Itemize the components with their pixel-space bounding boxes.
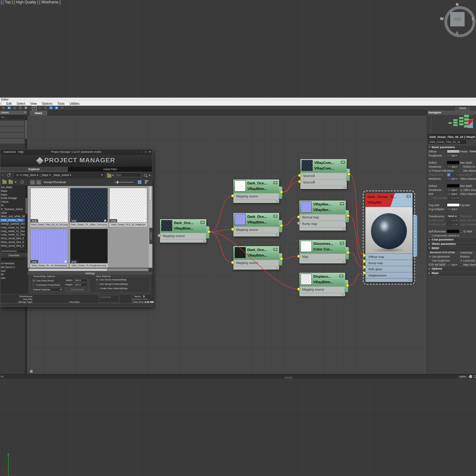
compass-north[interactable]: N <box>456 2 459 7</box>
input-socket-mapping-source[interactable] <box>231 228 235 231</box>
favorite-item-w-favorites[interactable]: w Favorites <box>0 262 28 266</box>
newmat-radio[interactable] <box>96 279 98 281</box>
spinner-field[interactable]: 1,0 <box>447 223 458 226</box>
select-tool-icon[interactable]: ◧ <box>7 106 11 110</box>
material-input-socket-refl-gloss[interactable] <box>363 266 366 269</box>
height-field[interactable]: 100.0 <box>73 283 90 286</box>
collapse-node-button[interactable] <box>339 275 343 277</box>
align-children-icon[interactable]: ∴ <box>43 106 48 110</box>
breadcrumb--maps-sorted[interactable]: _Maps_sorted <box>52 174 69 177</box>
breadcrumb-caret-icon[interactable] <box>101 174 103 176</box>
node-header[interactable]: Dark_Oce...VRayBitm... <box>233 213 279 227</box>
rollout-sheen-parameters[interactable]: Sheen parameters <box>427 242 476 246</box>
pm-gallery-tab[interactable]: Gallery <box>149 228 153 244</box>
pm-close-button[interactable]: ✕ <box>149 150 151 153</box>
map-slot-button[interactable] <box>459 263 459 266</box>
material-name-input[interactable]: Dark_Ocean_Tiles_05_1K <box>428 140 466 144</box>
material-input-socket-diffuse-map[interactable] <box>363 254 366 257</box>
pm-grid-view-icon[interactable] <box>138 180 141 184</box>
pm-search-icon[interactable] <box>144 174 147 177</box>
material-node-bitmap-displacement[interactable]: Displace...VRayBitm...Mapping source <box>299 272 346 297</box>
thumbnail-dark-ocean-til-1k-normal-png[interactable]: pngDark_Ocean_Til.. 1K_Normal.png <box>30 229 68 268</box>
pm-tab-asset-files[interactable]: Asset Files <box>68 167 152 172</box>
spinner-field[interactable]: 1,0 <box>447 188 458 192</box>
browser-header[interactable]: rowser <box>0 111 27 115</box>
color-swatch[interactable] <box>447 230 459 233</box>
map-channel-radio[interactable] <box>460 263 462 266</box>
output-socket-bitmap-ao[interactable] <box>207 230 211 234</box>
node-header[interactable]: Dark_Oce...VRayBitm... <box>160 219 206 233</box>
browser-close-icon[interactable]: ✕ <box>24 111 26 114</box>
tree-item-rusty-metal-01-free-c[interactable]: rusty_metal_01_free - C <box>0 230 25 233</box>
output-socket-bitmap-roughness[interactable] <box>280 257 283 261</box>
dim-distance-checkbox[interactable] <box>460 170 462 172</box>
reflect-on-b-checkbox[interactable] <box>460 165 462 168</box>
layout-dots-icon[interactable]: ⁞ <box>37 106 42 110</box>
use-real-world-checkbox[interactable] <box>33 279 35 282</box>
material-input-socket-bump-map[interactable] <box>363 260 366 263</box>
color-swatch[interactable] <box>447 161 459 164</box>
pm-folder-views-caret-icon[interactable] <box>15 182 16 183</box>
browser-search-input[interactable]: ne ... <box>0 115 27 119</box>
compensate-camera-exposure-checkbox[interactable] <box>429 234 431 237</box>
spinner-field[interactable]: 1,6 <box>447 192 458 196</box>
spinner-field[interactable]: 0,0 <box>447 219 458 222</box>
tree-item-rusty-metal-01-free[interactable]: rusty_metal_01_free <box>0 226 25 230</box>
newmat-radio[interactable] <box>96 283 98 285</box>
thumbnail-dark-ocean-tiles-05-1k-ao-png[interactable]: pngDark_Ocean_Tiles_05_1K_AO.png <box>30 188 68 227</box>
rollout-coat-parameters[interactable]: Coat parameters <box>427 237 476 242</box>
pm-refresh-icon[interactable] <box>7 174 10 177</box>
output-socket-bitmap-normal[interactable] <box>280 224 283 227</box>
tree-item-shiny-wood-tiles-6-jf[interactable]: shiny_wood_tiles_6 - JF <box>0 240 25 244</box>
pm-relink-icon[interactable] <box>30 180 35 185</box>
material-node-bitmap-normal[interactable]: Dark_Oce...VRayBitm...Mapping source <box>233 213 280 237</box>
pm-maximize-button[interactable]: □ <box>145 150 146 153</box>
material-editor-titlebar[interactable]: Editor <box>0 98 476 101</box>
node-header[interactable]: Displace...VRayBitm... <box>299 273 345 286</box>
pm-settings-gear-icon[interactable] <box>20 180 24 184</box>
newmat-option-create-new-material-map[interactable]: Create New Material\Map <box>96 287 128 290</box>
spinner-field[interactable]: 1,0 <box>447 208 458 211</box>
favorite-item-ood[interactable]: ood <box>0 269 28 273</box>
spinner-field[interactable]: 1,0 <box>447 165 458 168</box>
collapse-node-button[interactable] <box>341 161 345 164</box>
input-socket-map[interactable] <box>297 255 301 258</box>
material-node-vraymtl[interactable]: Dark_Ocean_Ti...VRayMtlDiffuse mapBump m… <box>365 193 413 282</box>
map-button[interactable]: M <box>459 165 459 169</box>
favorite-item-tal[interactable]: tal <box>0 273 28 276</box>
tree-item-black-and-white-fabric[interactable]: black_and_white_fabric <box>0 215 25 218</box>
input-socket-mapping-source[interactable] <box>158 234 161 237</box>
rollout-options[interactable]: Options <box>427 267 476 271</box>
pm-expand-icon[interactable]: › <box>2 173 3 177</box>
menu-utilities[interactable]: Utilities <box>70 102 80 105</box>
pm-breadcrumb[interactable]: H:!!!My_Work!_Maps_Maps_sorted <box>15 173 104 178</box>
collapse-material-button[interactable] <box>407 195 411 198</box>
collapse-node-button[interactable] <box>273 248 277 251</box>
compass-east[interactable]: E <box>472 17 474 21</box>
pm-thumb-size-slider[interactable] <box>114 182 134 183</box>
collapse-node-button[interactable] <box>273 215 277 218</box>
view-cube[interactable]: N E S W TOP <box>440 2 474 35</box>
region-select-icon[interactable]: ▢ <box>18 106 23 110</box>
delete-selected-icon[interactable]: ▯ <box>1 106 6 110</box>
pm-folder-options-icon[interactable] <box>107 174 112 178</box>
color-swatch[interactable] <box>447 150 459 153</box>
input-socket-mapping-source[interactable] <box>297 288 301 291</box>
menu-tools[interactable]: Tools <box>57 102 64 105</box>
thumbnail-dark-ocean-til-roughness-png[interactable]: pngDark_Ocean_Til..Roughness.png <box>70 229 108 268</box>
tab-view1[interactable]: View1 <box>30 111 47 116</box>
menu-options[interactable]: Options <box>42 102 52 105</box>
tree-item-r-textures-demo[interactable]: R_Textures_Demo <box>0 208 25 211</box>
pm-render-thumb-icon[interactable] <box>36 180 42 185</box>
menu-view[interactable]: View <box>30 102 37 105</box>
rollout-brdf[interactable]: BRDF <box>427 246 476 250</box>
material-input-socket-displacement[interactable] <box>363 271 366 275</box>
breadcrumb--my-work[interactable]: !!!My_Work <box>23 174 36 177</box>
preset-dropdown[interactable]: Custom <box>469 150 476 153</box>
collapse-node-button[interactable] <box>201 221 205 224</box>
material-node-vray-normalmap[interactable]: VRayNor...VRayNor...Normal mapBump map <box>299 200 346 231</box>
tree-item-shiny-wood-tiles-6[interactable]: shiny_wood_tiles_6 <box>0 237 25 240</box>
thumbnail-dark-ocean-til-5-1k-height-pn[interactable]: pngDark_Ocean_Til.5_1K_Height.pn <box>109 188 147 227</box>
node-header[interactable]: Dark_Oce...VRayBitm... <box>233 179 279 193</box>
spinner-field[interactable]: 2,0 <box>447 263 458 266</box>
